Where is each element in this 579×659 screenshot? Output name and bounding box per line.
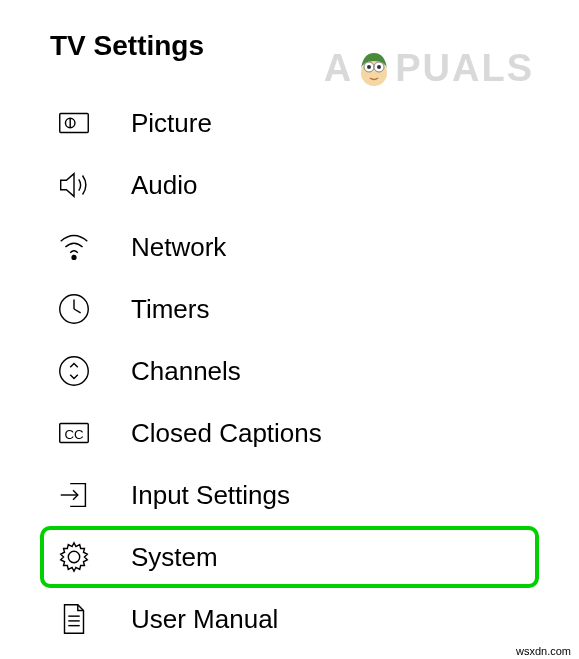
menu-item-label: Input Settings: [131, 480, 290, 511]
timers-icon: [52, 287, 96, 331]
menu-item-channels[interactable]: Channels: [50, 340, 579, 402]
svg-line-11: [74, 309, 81, 313]
picture-icon: [52, 101, 96, 145]
menu-item-picture[interactable]: Picture: [50, 92, 579, 154]
user-manual-icon: [52, 597, 96, 641]
menu-item-timers[interactable]: Timers: [50, 278, 579, 340]
menu-item-system[interactable]: System: [40, 526, 539, 588]
menu-item-label: Channels: [131, 356, 241, 387]
settings-menu: Picture Audio Network: [50, 92, 579, 650]
svg-point-8: [72, 256, 76, 260]
watermark-prefix: A: [324, 47, 353, 90]
menu-item-user-manual[interactable]: User Manual: [50, 588, 579, 650]
menu-item-label: Timers: [131, 294, 209, 325]
menu-item-closed-captions[interactable]: CC Closed Captions: [50, 402, 579, 464]
input-settings-icon: [52, 473, 96, 517]
credit-text: wsxdn.com: [516, 645, 571, 657]
svg-point-16: [68, 551, 79, 562]
menu-item-label: Picture: [131, 108, 212, 139]
closed-captions-icon: CC: [52, 411, 96, 455]
menu-item-audio[interactable]: Audio: [50, 154, 579, 216]
menu-item-label: Network: [131, 232, 226, 263]
watermark-logo: A PUALS: [324, 45, 534, 91]
svg-point-3: [367, 65, 371, 69]
watermark-suffix: PUALS: [395, 47, 534, 90]
menu-item-input-settings[interactable]: Input Settings: [50, 464, 579, 526]
audio-icon: [52, 163, 96, 207]
menu-item-label: User Manual: [131, 604, 278, 635]
channels-icon: [52, 349, 96, 393]
menu-item-label: System: [131, 542, 218, 573]
menu-item-label: Audio: [131, 170, 198, 201]
system-icon: [52, 535, 96, 579]
mascot-icon: [351, 45, 397, 91]
svg-rect-5: [60, 114, 89, 133]
menu-item-network[interactable]: Network: [50, 216, 579, 278]
menu-item-label: Closed Captions: [131, 418, 322, 449]
svg-text:CC: CC: [64, 427, 84, 442]
svg-point-12: [60, 357, 89, 386]
network-icon: [52, 225, 96, 269]
svg-point-4: [377, 65, 381, 69]
